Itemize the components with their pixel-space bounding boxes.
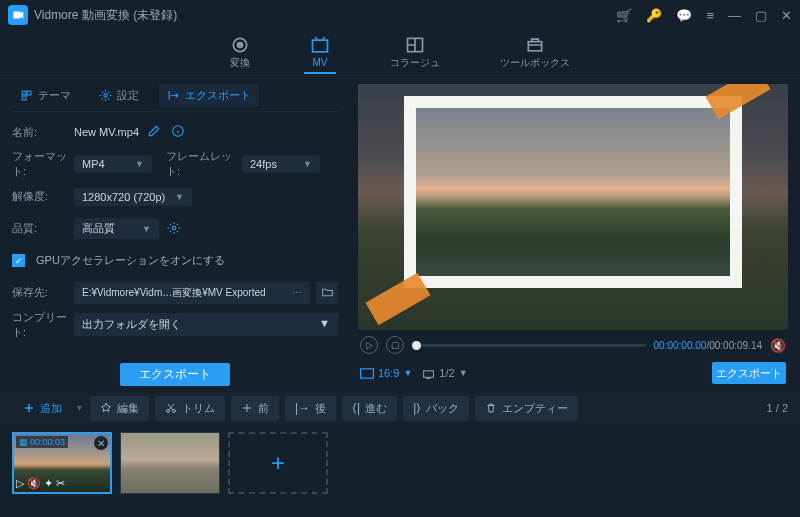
row-gpu: ✓ GPUアクセラレーションをオンにする [12, 249, 338, 273]
savepath-label: 保存先: [12, 285, 68, 300]
aspect-select[interactable]: 16:9 ▼ [360, 367, 412, 379]
savepath-value: E:¥Vidmore¥Vidm…画変換¥MV Exported [82, 286, 266, 300]
feedback-icon[interactable]: 💬 [676, 8, 692, 23]
page-display[interactable]: 1/2 ▼ [422, 367, 467, 379]
complete-select[interactable]: 出力フォルダを開く▼ [74, 313, 338, 336]
main-area: テーマ 設定 エクスポート 名前: New MV.mp4 フォーマット: MP4… [0, 76, 800, 392]
move-back-button[interactable]: |→後 [285, 396, 336, 421]
svg-rect-4 [528, 41, 541, 50]
clip-mini-controls: ▷ 🔇 ✦ ✂ [16, 477, 65, 490]
mute-mini-icon[interactable]: 🔇 [27, 477, 41, 490]
subtab-settings-label: 設定 [117, 88, 139, 103]
close-icon[interactable]: ✕ [781, 8, 792, 23]
row-format: フォーマット: MP4▼ フレームレット: 24fps▼ [12, 152, 338, 177]
mv-icon [310, 37, 330, 55]
mode-tabs: 変換 MV コラージュ ツールボックス [0, 30, 800, 76]
tab-convert[interactable]: 変換 [230, 36, 250, 70]
page-indicator: 1 / 2 [767, 402, 788, 414]
gpu-label: GPUアクセラレーションをオンにする [36, 253, 225, 268]
aspect-row: 16:9 ▼ 1/2 ▼ エクスポート [358, 360, 788, 386]
left-panel: テーマ 設定 エクスポート 名前: New MV.mp4 フォーマット: MP4… [0, 76, 350, 392]
preview-area[interactable]: + + + + [358, 84, 788, 330]
cart-icon[interactable]: 🛒 [616, 8, 632, 23]
resize-handle-icon[interactable]: + [410, 102, 418, 110]
gpu-checkbox[interactable]: ✓ [12, 254, 25, 267]
edit-name-icon[interactable] [145, 122, 163, 142]
forward-button[interactable]: ⟨|進む [342, 396, 397, 421]
seek-slider[interactable] [412, 344, 646, 347]
svg-rect-6 [27, 91, 31, 95]
photo-image: + + + + [416, 108, 730, 276]
add-clip-slot[interactable]: + [228, 432, 328, 494]
framerate-select[interactable]: 24fps▼ [242, 155, 320, 173]
menu-icon[interactable]: ≡ [706, 8, 714, 23]
tab-mv[interactable]: MV [310, 37, 330, 68]
name-value: New MV.mp4 [74, 126, 139, 138]
tab-toolbox[interactable]: ツールボックス [500, 36, 570, 70]
subtab-export[interactable]: エクスポート [159, 84, 259, 107]
chevron-down-icon: ▼ [142, 224, 151, 234]
timeline-toolbar: 追加 ▼ 編集 トリム 前 |→後 ⟨|進む |⟩バック エンプティー 1 / … [0, 392, 800, 424]
window-title: Vidmore 動画変換 (未登録) [34, 7, 616, 24]
svg-rect-7 [22, 96, 26, 100]
savepath-field[interactable]: E:¥Vidmore¥Vidm…画変換¥MV Exported ⋯ [74, 282, 310, 304]
row-quality: 品質: 高品質▼ [12, 217, 338, 241]
key-icon[interactable]: 🔑 [646, 8, 662, 23]
chevron-down-icon: ▼ [135, 159, 144, 169]
volume-icon[interactable]: 🔇 [770, 338, 786, 353]
name-label: 名前: [12, 125, 68, 140]
trim-button[interactable]: トリム [155, 396, 225, 421]
titlebar: Vidmore 動画変換 (未登録) 🛒 🔑 💬 ≡ — ▢ ✕ [0, 0, 800, 30]
timeline: ▦00:00:03 ✕ ▷ 🔇 ✦ ✂ + [0, 424, 800, 504]
subtab-theme[interactable]: テーマ [12, 84, 79, 107]
clip-thumbnail [121, 433, 219, 493]
chevron-down-icon: ▼ [175, 192, 184, 202]
play-mini-icon[interactable]: ▷ [16, 477, 24, 490]
remove-clip-icon[interactable]: ✕ [94, 436, 108, 450]
clip-duration-badge: ▦00:00:03 [16, 436, 68, 448]
resolution-select[interactable]: 1280x720 (720p)▼ [74, 188, 192, 206]
backward-button[interactable]: |⟩バック [403, 396, 469, 421]
edit-mini-icon[interactable]: ✦ [44, 477, 53, 490]
right-panel: + + + + ▷ ▢ 00:00:00.00/00:00:09.14 🔇 16… [350, 76, 800, 392]
move-front-button[interactable]: 前 [231, 396, 279, 421]
timeline-clip-2[interactable] [120, 432, 220, 494]
browse-ellipsis[interactable]: ⋯ [292, 287, 302, 298]
chevron-down-icon: ▼ [319, 317, 330, 332]
time-display: 00:00:00.00/00:00:09.14 [654, 340, 762, 351]
play-button[interactable]: ▷ [360, 336, 378, 354]
export-button-left[interactable]: エクスポート [120, 363, 230, 386]
timeline-clip-1[interactable]: ▦00:00:03 ✕ ▷ 🔇 ✦ ✂ [12, 432, 112, 494]
tab-toolbox-label: ツールボックス [500, 56, 570, 70]
toolbox-icon [525, 36, 545, 54]
subtab-export-label: エクスポート [185, 88, 251, 103]
resolution-label: 解像度: [12, 189, 68, 204]
svg-rect-2 [313, 40, 328, 52]
row-resolution: 解像度: 1280x720 (720p)▼ [12, 185, 338, 209]
resize-handle-icon[interactable]: + [728, 274, 736, 282]
empty-button[interactable]: エンプティー [475, 396, 578, 421]
format-select[interactable]: MP4▼ [74, 155, 152, 173]
info-icon[interactable] [169, 122, 187, 142]
add-button[interactable]: 追加 [12, 395, 73, 422]
collage-icon [405, 36, 425, 54]
svg-point-8 [104, 94, 107, 97]
app-logo [8, 5, 28, 25]
chevron-down-icon: ▼ [403, 368, 412, 378]
row-name: 名前: New MV.mp4 [12, 120, 338, 144]
quality-select[interactable]: 高品質▼ [74, 218, 159, 239]
maximize-icon[interactable]: ▢ [755, 8, 767, 23]
trim-mini-icon[interactable]: ✂ [56, 477, 65, 490]
chevron-down-icon[interactable]: ▼ [75, 403, 84, 413]
tab-collage[interactable]: コラージュ [390, 36, 440, 70]
edit-button[interactable]: 編集 [90, 396, 149, 421]
seek-thumb[interactable] [412, 341, 421, 350]
export-button-right[interactable]: エクスポート [712, 362, 786, 384]
row-complete: コンプリート: 出力フォルダを開く▼ [12, 313, 338, 338]
gear-icon[interactable] [165, 219, 183, 239]
open-folder-button[interactable] [316, 282, 338, 304]
subtab-settings[interactable]: 設定 [91, 84, 147, 107]
convert-icon [230, 36, 250, 54]
minimize-icon[interactable]: — [728, 8, 741, 23]
stop-button[interactable]: ▢ [386, 336, 404, 354]
